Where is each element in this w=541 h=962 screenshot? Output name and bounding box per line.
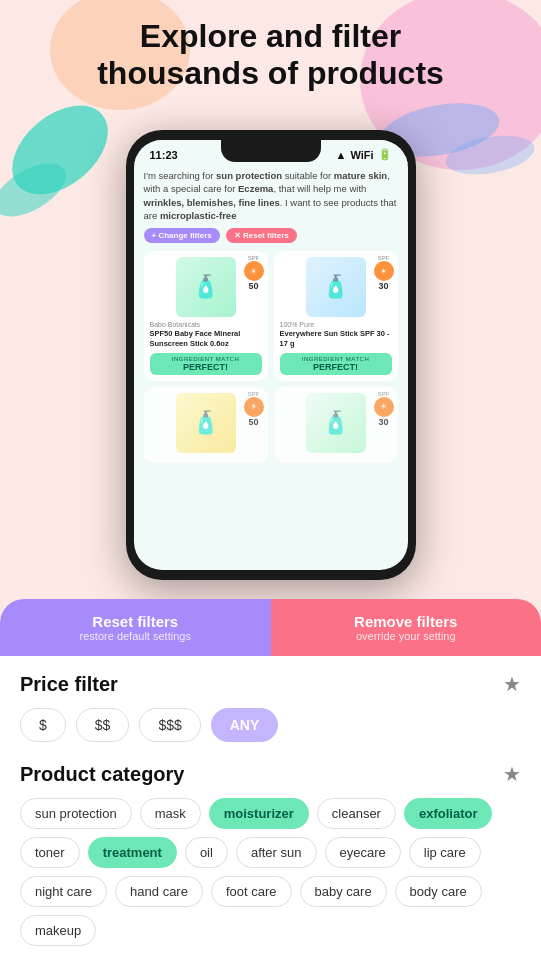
product-category-star-icon[interactable]: ★	[503, 762, 521, 786]
product-brand: 100% Pure	[280, 321, 392, 328]
remove-filters-label: Remove filters	[279, 613, 534, 630]
price-filter-header: Price filter ★	[20, 672, 521, 696]
ingredient-match-badge: INGREDIENT MATCH PERFECT!	[150, 353, 262, 375]
tag-lip-care[interactable]: lip care	[409, 837, 481, 868]
reset-filters-label: Reset filters	[8, 613, 263, 630]
tag-makeup[interactable]: makeup	[20, 915, 96, 946]
tag-oil[interactable]: oil	[185, 837, 228, 868]
phone-screen: 11:23 ▲ WiFi 🔋 I'm searching for sun pro…	[134, 140, 408, 570]
spf-shield-icon: ☀	[374, 397, 394, 417]
tag-cleanser[interactable]: cleanser	[317, 798, 396, 829]
products-grid: SPF ☀ 50 🧴 Babo Botanicals SPF50 Baby Fa…	[144, 251, 398, 463]
tag-baby-care[interactable]: baby care	[300, 876, 387, 907]
category-tags: sun protection mask moisturizer cleanser…	[20, 798, 521, 946]
tag-moisturizer[interactable]: moisturizer	[209, 798, 309, 829]
spf-shield-icon: ☀	[244, 397, 264, 417]
product-card[interactable]: SPF ☀ 50 🧴	[144, 387, 268, 463]
reset-filters-sub: restore default settings	[8, 630, 263, 642]
spf-badge: SPF ☀ 30	[374, 391, 394, 427]
phone-mockup: 11:23 ▲ WiFi 🔋 I'm searching for sun pro…	[126, 130, 416, 580]
product-name: SPF50 Baby Face Mineral Sunscreen Stick …	[150, 329, 262, 349]
tag-after-sun[interactable]: after sun	[236, 837, 317, 868]
remove-filters-sub: override your setting	[279, 630, 534, 642]
tag-body-care[interactable]: body care	[395, 876, 482, 907]
hero-title-line1: Explore and filter	[140, 18, 401, 54]
spf-badge: SPF ☀ 50	[244, 255, 264, 291]
search-query-text: I'm searching for sun protection suitabl…	[144, 169, 398, 222]
change-filters-button[interactable]: + Change filters	[144, 228, 220, 243]
tag-mask[interactable]: mask	[140, 798, 201, 829]
remove-filters-button[interactable]: Remove filters override your setting	[271, 599, 542, 656]
product-image: 🧴	[306, 393, 366, 453]
status-time: 11:23	[150, 149, 178, 161]
price-buttons: $ $$ $$$ ANY	[20, 708, 521, 742]
tag-eyecare[interactable]: eyecare	[325, 837, 401, 868]
tag-sun-protection[interactable]: sun protection	[20, 798, 132, 829]
tag-treatment[interactable]: treatment	[88, 837, 177, 868]
product-image: 🧴	[176, 257, 236, 317]
price-dollar-dollar-dollar-button[interactable]: $$$	[139, 708, 200, 742]
price-any-button[interactable]: ANY	[211, 708, 279, 742]
product-category-header: Product category ★	[20, 762, 521, 786]
action-buttons-row: Reset filters restore default settings R…	[0, 599, 541, 656]
hero-title-line2: thousands of products	[97, 55, 444, 91]
status-icons: ▲ WiFi 🔋	[335, 148, 391, 161]
product-image: 🧴	[306, 257, 366, 317]
price-dollar-button[interactable]: $	[20, 708, 66, 742]
product-image: 🧴	[176, 393, 236, 453]
price-filter-star-icon[interactable]: ★	[503, 672, 521, 696]
spf-shield-icon: ☀	[244, 261, 264, 281]
phone-content: I'm searching for sun protection suitabl…	[134, 163, 408, 471]
phone-notch	[221, 140, 321, 162]
product-card[interactable]: SPF ☀ 30 🧴	[274, 387, 398, 463]
price-dollar-dollar-button[interactable]: $$	[76, 708, 130, 742]
tag-foot-care[interactable]: foot care	[211, 876, 292, 907]
product-name: Everywhere Sun Stick SPF 30 - 17 g	[280, 329, 392, 349]
filter-button-row: + Change filters ✕ Reset filters	[144, 228, 398, 243]
reset-filters-bottom-button[interactable]: Reset filters restore default settings	[0, 599, 271, 656]
tag-hand-care[interactable]: hand care	[115, 876, 203, 907]
hero-title-container: Explore and filter thousands of products	[0, 18, 541, 92]
tag-exfoliator[interactable]: exfoliator	[404, 798, 493, 829]
tag-night-care[interactable]: night care	[20, 876, 107, 907]
spf-shield-icon: ☀	[374, 261, 394, 281]
match-value: PERFECT!	[154, 362, 258, 372]
price-filter-title: Price filter	[20, 673, 118, 696]
panel-body: Price filter ★ $ $$ $$$ ANY Product cate…	[0, 656, 541, 962]
bottom-panel: Reset filters restore default settings R…	[0, 599, 541, 962]
spf-badge: SPF ☀ 30	[374, 255, 394, 291]
product-brand: Babo Botanicals	[150, 321, 262, 328]
product-card[interactable]: SPF ☀ 50 🧴 Babo Botanicals SPF50 Baby Fa…	[144, 251, 268, 381]
reset-filters-top-button[interactable]: ✕ Reset filters	[226, 228, 297, 243]
product-category-title: Product category	[20, 763, 184, 786]
product-card[interactable]: SPF ☀ 30 🧴 100% Pure Everywhere Sun Stic…	[274, 251, 398, 381]
tag-toner[interactable]: toner	[20, 837, 80, 868]
spf-badge: SPF ☀ 50	[244, 391, 264, 427]
ingredient-match-badge: INGREDIENT MATCH PERFECT!	[280, 353, 392, 375]
match-value: PERFECT!	[284, 362, 388, 372]
